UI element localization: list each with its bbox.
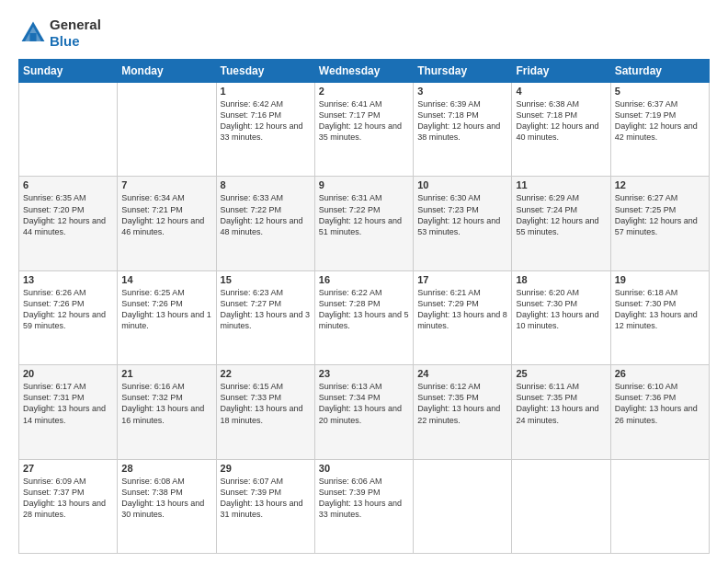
calendar-cell: 2Sunrise: 6:41 AM Sunset: 7:17 PM Daylig… — [314, 83, 413, 177]
day-info: Sunrise: 6:37 AM Sunset: 7:19 PM Dayligh… — [615, 98, 705, 144]
svg-rect-2 — [29, 33, 36, 41]
calendar-cell: 5Sunrise: 6:37 AM Sunset: 7:19 PM Daylig… — [610, 83, 709, 177]
calendar-cell: 7Sunrise: 6:34 AM Sunset: 7:21 PM Daylig… — [118, 177, 216, 270]
calendar-cell — [414, 459, 512, 553]
day-number: 14 — [121, 274, 211, 285]
logo-icon — [18, 18, 48, 48]
day-number: 16 — [319, 274, 409, 285]
day-number: 26 — [615, 368, 705, 379]
day-info: Sunrise: 6:27 AM Sunset: 7:25 PM Dayligh… — [615, 192, 705, 237]
calendar-cell: 8Sunrise: 6:33 AM Sunset: 7:22 PM Daylig… — [216, 177, 314, 270]
day-number: 15 — [221, 274, 311, 285]
calendar-cell — [19, 83, 118, 177]
day-info: Sunrise: 6:06 AM Sunset: 7:39 PM Dayligh… — [319, 476, 409, 521]
calendar-cell: 6Sunrise: 6:35 AM Sunset: 7:20 PM Daylig… — [19, 177, 118, 270]
day-info: Sunrise: 6:25 AM Sunset: 7:26 PM Dayligh… — [121, 287, 211, 332]
header: General Blue — [18, 17, 710, 50]
day-number: 1 — [221, 86, 311, 97]
calendar-cell: 26Sunrise: 6:10 AM Sunset: 7:36 PM Dayli… — [610, 365, 709, 459]
day-info: Sunrise: 6:11 AM Sunset: 7:35 PM Dayligh… — [516, 381, 606, 426]
weekday-header-tuesday: Tuesday — [216, 60, 314, 83]
day-info: Sunrise: 6:26 AM Sunset: 7:26 PM Dayligh… — [23, 287, 113, 332]
calendar-cell: 24Sunrise: 6:12 AM Sunset: 7:35 PM Dayli… — [414, 365, 512, 459]
page: General Blue SundayMondayTuesdayWednesda… — [0, 0, 728, 563]
calendar-cell: 12Sunrise: 6:27 AM Sunset: 7:25 PM Dayli… — [610, 177, 709, 270]
calendar-cell: 11Sunrise: 6:29 AM Sunset: 7:24 PM Dayli… — [512, 177, 610, 270]
logo-blue: Blue — [50, 33, 80, 49]
calendar-cell: 14Sunrise: 6:25 AM Sunset: 7:26 PM Dayli… — [118, 270, 216, 364]
day-info: Sunrise: 6:29 AM Sunset: 7:24 PM Dayligh… — [516, 192, 606, 237]
day-info: Sunrise: 6:23 AM Sunset: 7:27 PM Dayligh… — [221, 287, 311, 332]
calendar-cell — [512, 459, 610, 553]
calendar-week-row: 13Sunrise: 6:26 AM Sunset: 7:26 PM Dayli… — [19, 270, 710, 364]
day-info: Sunrise: 6:12 AM Sunset: 7:35 PM Dayligh… — [417, 381, 507, 426]
day-info: Sunrise: 6:13 AM Sunset: 7:34 PM Dayligh… — [319, 381, 409, 426]
day-number: 2 — [319, 86, 409, 97]
calendar-cell: 27Sunrise: 6:09 AM Sunset: 7:37 PM Dayli… — [19, 459, 118, 553]
calendar-cell: 10Sunrise: 6:30 AM Sunset: 7:23 PM Dayli… — [414, 177, 512, 270]
calendar-cell: 18Sunrise: 6:20 AM Sunset: 7:30 PM Dayli… — [512, 270, 610, 364]
weekday-header-row: SundayMondayTuesdayWednesdayThursdayFrid… — [19, 60, 710, 83]
calendar-week-row: 27Sunrise: 6:09 AM Sunset: 7:37 PM Dayli… — [19, 459, 710, 553]
day-info: Sunrise: 6:35 AM Sunset: 7:20 PM Dayligh… — [23, 192, 113, 237]
calendar-cell: 30Sunrise: 6:06 AM Sunset: 7:39 PM Dayli… — [314, 459, 413, 553]
day-number: 23 — [319, 368, 409, 379]
calendar-cell: 13Sunrise: 6:26 AM Sunset: 7:26 PM Dayli… — [19, 270, 118, 364]
day-info: Sunrise: 6:38 AM Sunset: 7:18 PM Dayligh… — [516, 98, 606, 144]
day-number: 29 — [221, 463, 311, 474]
calendar-cell: 19Sunrise: 6:18 AM Sunset: 7:30 PM Dayli… — [610, 270, 709, 364]
day-number: 4 — [516, 86, 606, 97]
day-number: 9 — [319, 179, 409, 190]
day-info: Sunrise: 6:08 AM Sunset: 7:38 PM Dayligh… — [121, 476, 211, 521]
calendar-cell — [118, 83, 216, 177]
calendar-cell: 16Sunrise: 6:22 AM Sunset: 7:28 PM Dayli… — [314, 270, 413, 364]
calendar-week-row: 1Sunrise: 6:42 AM Sunset: 7:16 PM Daylig… — [19, 83, 710, 177]
day-number: 13 — [23, 274, 113, 285]
logo-text: General Blue — [50, 17, 101, 50]
day-number: 11 — [516, 179, 606, 190]
calendar-cell: 22Sunrise: 6:15 AM Sunset: 7:33 PM Dayli… — [216, 365, 314, 459]
calendar-cell: 29Sunrise: 6:07 AM Sunset: 7:39 PM Dayli… — [216, 459, 314, 553]
calendar-table: SundayMondayTuesdayWednesdayThursdayFrid… — [18, 59, 710, 554]
day-number: 18 — [516, 274, 606, 285]
day-info: Sunrise: 6:41 AM Sunset: 7:17 PM Dayligh… — [319, 98, 409, 144]
day-info: Sunrise: 6:22 AM Sunset: 7:28 PM Dayligh… — [319, 287, 409, 332]
day-number: 30 — [319, 463, 409, 474]
calendar-cell: 4Sunrise: 6:38 AM Sunset: 7:18 PM Daylig… — [512, 83, 610, 177]
day-info: Sunrise: 6:10 AM Sunset: 7:36 PM Dayligh… — [615, 381, 705, 426]
weekday-header-thursday: Thursday — [414, 60, 512, 83]
logo: General Blue — [18, 17, 101, 50]
calendar-cell: 25Sunrise: 6:11 AM Sunset: 7:35 PM Dayli… — [512, 365, 610, 459]
day-number: 20 — [23, 368, 113, 379]
day-info: Sunrise: 6:15 AM Sunset: 7:33 PM Dayligh… — [221, 381, 311, 426]
weekday-header-saturday: Saturday — [610, 60, 709, 83]
weekday-header-friday: Friday — [512, 60, 610, 83]
calendar-cell: 28Sunrise: 6:08 AM Sunset: 7:38 PM Dayli… — [118, 459, 216, 553]
day-info: Sunrise: 6:33 AM Sunset: 7:22 PM Dayligh… — [221, 192, 311, 237]
day-number: 28 — [121, 463, 211, 474]
day-number: 3 — [417, 86, 507, 97]
day-info: Sunrise: 6:34 AM Sunset: 7:21 PM Dayligh… — [121, 192, 211, 237]
calendar-cell — [610, 459, 709, 553]
calendar-cell: 23Sunrise: 6:13 AM Sunset: 7:34 PM Dayli… — [314, 365, 413, 459]
weekday-header-monday: Monday — [118, 60, 216, 83]
day-number: 21 — [121, 368, 211, 379]
weekday-header-sunday: Sunday — [19, 60, 118, 83]
day-info: Sunrise: 6:18 AM Sunset: 7:30 PM Dayligh… — [615, 287, 705, 332]
calendar-cell: 15Sunrise: 6:23 AM Sunset: 7:27 PM Dayli… — [216, 270, 314, 364]
day-info: Sunrise: 6:30 AM Sunset: 7:23 PM Dayligh… — [417, 192, 507, 237]
day-info: Sunrise: 6:31 AM Sunset: 7:22 PM Dayligh… — [319, 192, 409, 237]
day-info: Sunrise: 6:20 AM Sunset: 7:30 PM Dayligh… — [516, 287, 606, 332]
day-info: Sunrise: 6:16 AM Sunset: 7:32 PM Dayligh… — [121, 381, 211, 426]
day-info: Sunrise: 6:17 AM Sunset: 7:31 PM Dayligh… — [23, 381, 113, 426]
calendar-week-row: 6Sunrise: 6:35 AM Sunset: 7:20 PM Daylig… — [19, 177, 710, 270]
day-info: Sunrise: 6:21 AM Sunset: 7:29 PM Dayligh… — [417, 287, 507, 332]
day-info: Sunrise: 6:39 AM Sunset: 7:18 PM Dayligh… — [417, 98, 507, 144]
calendar-cell: 20Sunrise: 6:17 AM Sunset: 7:31 PM Dayli… — [19, 365, 118, 459]
calendar-cell: 9Sunrise: 6:31 AM Sunset: 7:22 PM Daylig… — [314, 177, 413, 270]
day-number: 24 — [417, 368, 507, 379]
calendar-cell: 3Sunrise: 6:39 AM Sunset: 7:18 PM Daylig… — [414, 83, 512, 177]
weekday-header-wednesday: Wednesday — [314, 60, 413, 83]
day-number: 12 — [615, 179, 705, 190]
day-number: 8 — [221, 179, 311, 190]
